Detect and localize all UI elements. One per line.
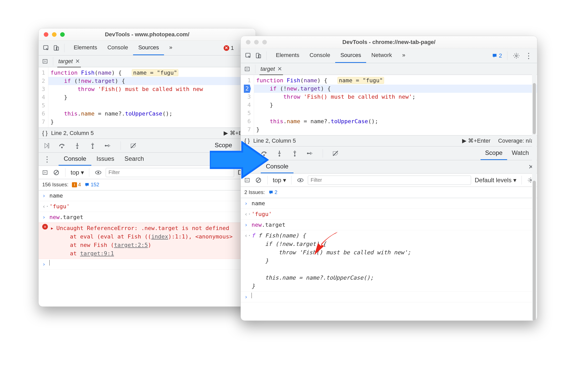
svg-rect-50 — [245, 178, 249, 182]
tab-elements[interactable]: Elements — [271, 48, 304, 63]
tab-drawer-issues[interactable]: Issues — [91, 153, 119, 166]
titlebar[interactable]: DevTools - chrome://new-tab-page/ — [241, 36, 537, 48]
inspect-icon[interactable] — [244, 52, 252, 60]
tab-scope[interactable]: Scope — [481, 146, 507, 160]
console-log[interactable]: ›name‹·'fugu'›new.target‹·f f Fish(name)… — [241, 198, 537, 302]
deactivate-breakpoints-icon[interactable] — [331, 149, 340, 158]
code-editor[interactable]: 1234567function Fish(name) { name = "fug… — [39, 67, 256, 128]
tab-watch[interactable]: Watch — [507, 146, 533, 160]
tabs-overflow[interactable]: » — [397, 48, 410, 63]
console-prompt[interactable]: › — [241, 292, 537, 302]
file-tab-target[interactable]: target ✕ — [259, 64, 283, 75]
filter-input[interactable] — [308, 176, 471, 185]
svg-point-9 — [61, 147, 63, 148]
gear-icon[interactable] — [513, 52, 520, 60]
console-row: ‹·'fugu' — [39, 201, 256, 212]
svg-point-15 — [92, 147, 93, 149]
info-badge[interactable]: 2 — [492, 52, 502, 59]
tab-console[interactable]: Console — [102, 41, 133, 55]
tab-sources[interactable]: Sources — [335, 48, 366, 63]
console-row: ›new.target — [39, 212, 256, 223]
main-toolbar: Elements Console Sources Network » 2 ⋮ — [241, 48, 537, 63]
svg-point-31 — [516, 55, 517, 56]
tab-drawer-console[interactable]: Console — [59, 153, 91, 166]
deactivate-breakpoints-icon[interactable] — [129, 141, 138, 150]
step-icon[interactable] — [104, 141, 112, 150]
scrollbar-track[interactable] — [532, 64, 537, 320]
levels-selector[interactable]: Default levels ▾ — [475, 177, 516, 184]
nav-icon[interactable] — [41, 58, 49, 65]
cursor-position: Line 2, Column 5 — [51, 130, 94, 136]
step-out-icon[interactable] — [290, 149, 299, 158]
context-selector[interactable]: top ▾ — [71, 169, 84, 176]
scrollbar-thumb[interactable] — [533, 83, 536, 134]
close-icon[interactable]: ✕ — [75, 58, 80, 65]
close-dot[interactable] — [44, 32, 48, 37]
inspect-icon[interactable] — [42, 44, 50, 52]
clear-console-icon[interactable] — [52, 169, 60, 176]
device-icon[interactable] — [255, 52, 262, 60]
step-over-icon[interactable] — [58, 141, 66, 150]
annotation-arrow-red — [313, 229, 341, 255]
console-error[interactable]: ✕▸Uncaught ReferenceError: .new.target i… — [39, 223, 256, 259]
issues-label: 2 Issues: — [244, 189, 265, 195]
console-prompt[interactable]: › — [39, 259, 256, 270]
step-out-icon[interactable] — [88, 141, 97, 150]
console-sidebar-icon[interactable] — [41, 169, 49, 176]
pretty-print-icon[interactable]: { } — [42, 130, 48, 136]
console-toolbar: top ▾ Default levels ▾ — [241, 174, 537, 187]
console-log[interactable]: ›name‹·'fugu'›new.target✕▸Uncaught Refer… — [39, 190, 256, 270]
svg-line-25 — [55, 171, 58, 174]
issues-summary[interactable]: 156 Issues: !4 152 — [39, 179, 256, 190]
zoom-dot[interactable] — [262, 40, 267, 44]
console-row: ›name — [241, 198, 537, 209]
nav-icon[interactable] — [243, 65, 251, 73]
console-row: ‹·'fugu' — [241, 209, 537, 220]
filter-field[interactable] — [308, 176, 471, 185]
window-controls — [39, 32, 65, 37]
step-into-icon[interactable] — [275, 149, 284, 158]
kebab-menu-icon[interactable]: ⋮ — [524, 51, 533, 60]
file-tabs-bar: target ✕ — [39, 55, 256, 67]
window-controls — [241, 40, 267, 44]
code-editor[interactable]: 1234567function Fish(name) { name = "fug… — [241, 75, 537, 135]
close-dot[interactable] — [246, 40, 251, 44]
svg-rect-7 — [48, 143, 49, 148]
error-badge[interactable]: ✕ 1 — [224, 45, 234, 51]
drawer-menu-icon[interactable]: ⋮ — [42, 155, 52, 164]
file-name: target — [260, 66, 275, 72]
svg-marker-6 — [45, 143, 48, 148]
info-badge: 2 — [268, 189, 277, 195]
console-function[interactable]: ‹·f f Fish(name) { if (!new.target) { th… — [241, 230, 537, 292]
close-icon[interactable]: ✕ — [277, 66, 282, 72]
info-badge: 152 — [84, 182, 99, 188]
main-toolbar: Elements Console Sources » ✕ 1 — [39, 41, 256, 55]
debugger-toolbar: Scope Watch — [241, 146, 537, 160]
tab-sources[interactable]: Sources — [133, 41, 164, 55]
svg-point-46 — [307, 153, 309, 154]
step-icon[interactable] — [306, 149, 314, 158]
tab-console[interactable]: Console — [304, 48, 335, 63]
resume-icon[interactable] — [42, 141, 51, 150]
tab-drawer-search[interactable]: Search — [119, 153, 149, 166]
zoom-dot[interactable] — [60, 32, 65, 37]
minimize-dot[interactable] — [52, 32, 57, 37]
svg-marker-51 — [246, 179, 248, 181]
panel-tabs: Elements Console Sources » — [69, 41, 177, 55]
scrollbar-thumb-2[interactable] — [533, 181, 536, 321]
minimize-dot[interactable] — [254, 40, 259, 44]
device-icon[interactable] — [52, 44, 60, 52]
tabs-overflow[interactable]: » — [164, 41, 177, 55]
context-selector[interactable]: top ▾ — [273, 177, 286, 184]
svg-point-55 — [300, 179, 301, 181]
titlebar[interactable]: DevTools - www.photopea.com/ — [39, 28, 256, 41]
tab-network[interactable]: Network — [366, 48, 397, 63]
svg-marker-57 — [210, 142, 267, 178]
live-expression-icon[interactable] — [297, 176, 304, 184]
live-expression-icon[interactable] — [94, 169, 102, 176]
console-row: ›name — [39, 190, 256, 201]
step-into-icon[interactable] — [73, 141, 82, 150]
file-tab-target[interactable]: target ✕ — [57, 56, 81, 67]
issues-summary[interactable]: 2 Issues: 2 — [241, 187, 537, 198]
tab-elements[interactable]: Elements — [69, 41, 102, 55]
